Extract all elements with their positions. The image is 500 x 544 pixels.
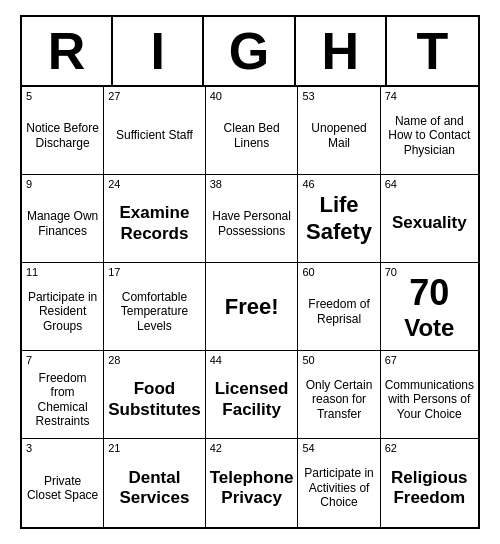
cell-text: Religious Freedom bbox=[385, 468, 474, 509]
cell-text: Comfortable Temperature Levels bbox=[108, 290, 201, 333]
bingo-cell: 62 Religious Freedom bbox=[381, 439, 478, 527]
bingo-cell: 74 Name of and How to Contact Physician bbox=[381, 87, 478, 175]
bingo-cell: 7 Freedom from Chemical Restraints bbox=[22, 351, 104, 439]
cell-text: Licensed Facility bbox=[210, 379, 294, 420]
cell-number: 74 bbox=[385, 90, 397, 102]
bingo-cell: 11 Participate in Resident Groups bbox=[22, 263, 104, 351]
bingo-cell: 42 Telephone Privacy bbox=[206, 439, 299, 527]
header-letter: H bbox=[296, 17, 387, 85]
cell-text: Clean Bed Linens bbox=[210, 121, 294, 150]
bingo-cell: 3 Private Closet Space bbox=[22, 439, 104, 527]
cell-number: 46 bbox=[302, 178, 314, 190]
bingo-grid: 5 Notice Before Discharge 27 Sufficient … bbox=[22, 87, 478, 527]
cell-number: 28 bbox=[108, 354, 120, 366]
cell-text: Notice Before Discharge bbox=[26, 121, 99, 150]
cell-text: Only Certain reason for Transfer bbox=[302, 378, 375, 421]
cell-text: Sexuality bbox=[392, 213, 467, 233]
cell-text: Communications with Persons of Your Choi… bbox=[385, 378, 474, 421]
cell-number: 5 bbox=[26, 90, 32, 102]
cell-text: Unopened Mail bbox=[302, 121, 375, 150]
cell-text: Dental Services bbox=[108, 468, 201, 509]
bingo-cell: 28 Food Substitutes bbox=[104, 351, 206, 439]
bingo-card: RIGHT 5 Notice Before Discharge 27 Suffi… bbox=[20, 15, 480, 529]
cell-number: 7 bbox=[26, 354, 32, 366]
header-letter: G bbox=[204, 17, 295, 85]
bingo-cell: 38 Have Personal Possessions bbox=[206, 175, 299, 263]
bingo-cell: 60 Freedom of Reprisal bbox=[298, 263, 380, 351]
cell-number: 60 bbox=[302, 266, 314, 278]
bingo-cell: 46 Life Safety bbox=[298, 175, 380, 263]
bingo-cell: 24 Examine Records bbox=[104, 175, 206, 263]
cell-number: 62 bbox=[385, 442, 397, 454]
cell-number: 70 bbox=[385, 266, 397, 278]
cell-text: Participate in Resident Groups bbox=[26, 290, 99, 333]
bingo-cell: 67 Communications with Persons of Your C… bbox=[381, 351, 478, 439]
cell-text: Sufficient Staff bbox=[116, 128, 193, 142]
cell-subtext: Vote bbox=[404, 314, 454, 342]
cell-number: 11 bbox=[26, 266, 38, 278]
header-letter: I bbox=[113, 17, 204, 85]
cell-number: 44 bbox=[210, 354, 222, 366]
cell-number: 50 bbox=[302, 354, 314, 366]
cell-number: 53 bbox=[302, 90, 314, 102]
bingo-cell: 50 Only Certain reason for Transfer bbox=[298, 351, 380, 439]
cell-number: 38 bbox=[210, 178, 222, 190]
cell-number: 9 bbox=[26, 178, 32, 190]
cell-text: Have Personal Possessions bbox=[210, 209, 294, 238]
cell-text: Food Substitutes bbox=[108, 379, 201, 420]
bingo-cell: Free! bbox=[206, 263, 299, 351]
bingo-cell: 53 Unopened Mail bbox=[298, 87, 380, 175]
cell-number: 54 bbox=[302, 442, 314, 454]
cell-number: 67 bbox=[385, 354, 397, 366]
bingo-cell: 44 Licensed Facility bbox=[206, 351, 299, 439]
cell-number: 17 bbox=[108, 266, 120, 278]
cell-number: 21 bbox=[108, 442, 120, 454]
cell-number: 40 bbox=[210, 90, 222, 102]
cell-number: 3 bbox=[26, 442, 32, 454]
cell-text: Freedom of Reprisal bbox=[302, 297, 375, 326]
cell-number: 64 bbox=[385, 178, 397, 190]
cell-text: 70 bbox=[409, 272, 449, 314]
bingo-header: RIGHT bbox=[22, 17, 478, 87]
bingo-cell: 17 Comfortable Temperature Levels bbox=[104, 263, 206, 351]
cell-text: Participate in Activities of Choice bbox=[302, 466, 375, 509]
cell-text: Telephone Privacy bbox=[210, 468, 294, 509]
cell-text: Life Safety bbox=[302, 192, 375, 245]
cell-text: Private Closet Space bbox=[26, 474, 99, 503]
bingo-cell: 9 Manage Own Finances bbox=[22, 175, 104, 263]
cell-text: Manage Own Finances bbox=[26, 209, 99, 238]
cell-number: 24 bbox=[108, 178, 120, 190]
header-letter: T bbox=[387, 17, 478, 85]
bingo-cell: 54 Participate in Activities of Choice bbox=[298, 439, 380, 527]
bingo-cell: 40 Clean Bed Linens bbox=[206, 87, 299, 175]
bingo-cell: 5 Notice Before Discharge bbox=[22, 87, 104, 175]
free-space: Free! bbox=[225, 294, 279, 320]
cell-number: 42 bbox=[210, 442, 222, 454]
bingo-cell: 70 70 Vote bbox=[381, 263, 478, 351]
header-letter: R bbox=[22, 17, 113, 85]
cell-text: Name of and How to Contact Physician bbox=[385, 114, 474, 157]
cell-text: Examine Records bbox=[108, 203, 201, 244]
bingo-cell: 64 Sexuality bbox=[381, 175, 478, 263]
bingo-cell: 21 Dental Services bbox=[104, 439, 206, 527]
cell-text: Freedom from Chemical Restraints bbox=[26, 371, 99, 429]
cell-number: 27 bbox=[108, 90, 120, 102]
bingo-cell: 27 Sufficient Staff bbox=[104, 87, 206, 175]
